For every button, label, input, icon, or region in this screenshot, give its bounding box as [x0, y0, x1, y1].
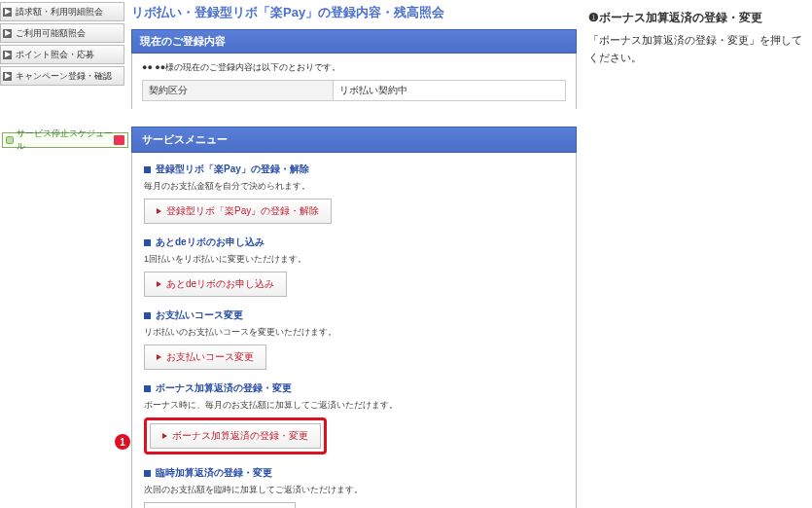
- registration-note: ●● ●●様の現在のご登録内容は以下のとおりです。: [142, 61, 566, 74]
- sidebar-item-label: 請求額・利用明細照会: [16, 6, 103, 18]
- sidebar-item-label: ご利用可能額照会: [16, 27, 86, 40]
- triangle-right-icon: [157, 208, 161, 214]
- payment-course-button[interactable]: お支払いコース変更: [144, 345, 266, 370]
- app-screenshot: ▶請求額・利用明細照会 ▶ご利用可能額照会 ▶ポイント照会・応募 ▶キャンペーン…: [0, 0, 579, 508]
- section-payment-course: お支払いコース変更 リボ払いのお支払いコースを変更いただけます。 お支払いコース…: [144, 308, 564, 370]
- square-icon: [144, 470, 151, 477]
- section-title-text: 臨時加算返済の登録・変更: [156, 466, 272, 480]
- square-icon: [144, 312, 151, 319]
- section-title-text: ボーナス加算返済の登録・変更: [156, 381, 292, 395]
- top-panel: ▶請求額・利用明細照会 ▶ご利用可能額照会 ▶ポイント照会・応募 ▶キャンペーン…: [0, 0, 579, 112]
- chevron-right-icon: ▶: [3, 51, 12, 59]
- section-title: あとdeリボのお申し込み: [144, 236, 564, 249]
- instruction-body: 「ボーナス加算返済の登録・変更」を押してください。: [588, 32, 804, 66]
- section-title: 登録型リボ「楽Pay」の登録・解除: [144, 163, 564, 176]
- instruction-title-text: ボーナス加算返済の登録・変更: [599, 10, 762, 26]
- section-title: お支払いコース変更: [144, 308, 564, 322]
- section-desc: リボ払いのお支払いコースを変更いただけます。: [144, 326, 564, 339]
- sidebar-item-label: ポイント照会・応募: [16, 49, 94, 61]
- button-label: ボーナス加算返済の登録・変更: [172, 429, 308, 443]
- callout-marker-1: 1: [115, 434, 130, 450]
- cell-value: リボ払い契約中: [333, 81, 565, 101]
- page-title: リボ払い・登録型リボ「楽Pay」の登録内容・残高照会: [131, 0, 577, 29]
- current-registration-body: ●● ●●様の現在のご登録内容は以下のとおりです。 契約区分 リボ払い契約中: [131, 54, 577, 110]
- sidebar: ▶請求額・利用明細照会 ▶ご利用可能額照会 ▶ポイント照会・応募 ▶キャンペーン…: [0, 2, 124, 88]
- square-icon: [144, 166, 151, 173]
- main-top: リボ払い・登録型リボ「楽Pay」の登録内容・残高照会 現在のご登録内容 ●● ●…: [131, 0, 577, 110]
- chevron-right-icon: ▶: [3, 29, 12, 38]
- service-menu-header: サービスメニュー: [131, 127, 577, 153]
- chevron-right-icon: ▶: [3, 72, 12, 81]
- sidebar-item-label: キャンペーン登録・確認: [16, 70, 112, 83]
- badge-icon: [114, 135, 124, 145]
- chevron-right-icon: ▶: [3, 8, 12, 17]
- section-extra-repayment: 臨時加算返済の登録・変更 次回のお支払額を臨時に加算してご返済いただけます。 臨…: [144, 466, 564, 508]
- service-menu-body: 登録型リボ「楽Pay」の登録・解除 毎月のお支払金額を自分で決められます。 登録…: [131, 153, 577, 508]
- instruction-column: ❶ ボーナス加算返済の登録・変更 「ボーナス加算返済の登録・変更」を押してくださ…: [588, 10, 804, 66]
- triangle-right-icon: [157, 281, 161, 287]
- section-rakupay: 登録型リボ「楽Pay」の登録・解除 毎月のお支払金額を自分で決められます。 登録…: [144, 163, 564, 224]
- bonus-repayment-button[interactable]: ボーナス加算返済の登録・変更: [150, 423, 321, 449]
- square-icon: [144, 385, 151, 392]
- button-label: 登録型リボ「楽Pay」の登録・解除: [166, 204, 319, 218]
- section-desc: 毎月のお支払金額を自分で決められます。: [144, 180, 564, 193]
- section-ato-de-revo: あとdeリボのお申し込み 1回払いをリボ払いに変更いただけます。 あとdeリボの…: [144, 236, 564, 297]
- section-title-text: あとdeリボのお申し込み: [156, 236, 265, 249]
- square-icon: [144, 239, 151, 246]
- cell-label: 契約区分: [143, 81, 334, 101]
- registration-table: 契約区分 リボ払い契約中: [142, 80, 566, 101]
- bottom-panel: サービス停止スケジュール 1 サービスメニュー 登録型リボ「楽Pay」の登録・解…: [0, 123, 579, 508]
- sidebar-item-available[interactable]: ▶ご利用可能額照会: [0, 23, 124, 43]
- section-desc: 1回払いをリボ払いに変更いただけます。: [144, 253, 564, 266]
- sidebar-item-campaign[interactable]: ▶キャンペーン登録・確認: [0, 66, 124, 86]
- button-label: あとdeリボのお申し込み: [166, 277, 274, 291]
- button-label: お支払いコース変更: [166, 350, 254, 364]
- section-title-text: お支払いコース変更: [156, 308, 243, 322]
- square-icon: [6, 136, 14, 144]
- table-row: 契約区分 リボ払い契約中: [143, 81, 566, 101]
- service-menu-panel: サービスメニュー 登録型リボ「楽Pay」の登録・解除 毎月のお支払金額を自分で決…: [131, 127, 577, 508]
- section-title: ボーナス加算返済の登録・変更: [144, 381, 564, 395]
- triangle-right-icon: [162, 433, 167, 439]
- section-title-text: 登録型リボ「楽Pay」の登録・解除: [156, 163, 309, 176]
- panel-gap: [0, 109, 579, 123]
- service-stop-label: サービス停止スケジュール: [17, 127, 114, 153]
- sidebar-item-points[interactable]: ▶ポイント照会・応募: [0, 45, 124, 64]
- sidebar-item-statement[interactable]: ▶請求額・利用明細照会: [0, 2, 124, 21]
- section-desc: 次回のお支払額を臨時に加算してご返済いただけます。: [144, 484, 564, 496]
- service-stop-schedule[interactable]: サービス停止スケジュール: [2, 132, 128, 148]
- section-desc: ボーナス時に、毎月のお支払額に加算してご返済いただけます。: [144, 399, 564, 412]
- section-title: 臨時加算返済の登録・変更: [144, 466, 564, 480]
- current-registration-header: 現在のご登録内容: [131, 29, 577, 54]
- instruction-title: ❶ ボーナス加算返済の登録・変更: [588, 10, 804, 26]
- rakupay-register-button[interactable]: 登録型リボ「楽Pay」の登録・解除: [144, 199, 332, 224]
- instruction-number-icon: ❶: [588, 11, 599, 24]
- triangle-right-icon: [157, 354, 161, 360]
- extra-repayment-button[interactable]: 臨時加算返済の登録・変更: [144, 502, 296, 508]
- highlighted-target: ボーナス加算返済の登録・変更: [144, 417, 327, 454]
- ato-de-revo-button[interactable]: あとdeリボのお申し込み: [144, 272, 287, 297]
- section-bonus-repayment: ボーナス加算返済の登録・変更 ボーナス時に、毎月のお支払額に加算してご返済いただ…: [144, 381, 564, 454]
